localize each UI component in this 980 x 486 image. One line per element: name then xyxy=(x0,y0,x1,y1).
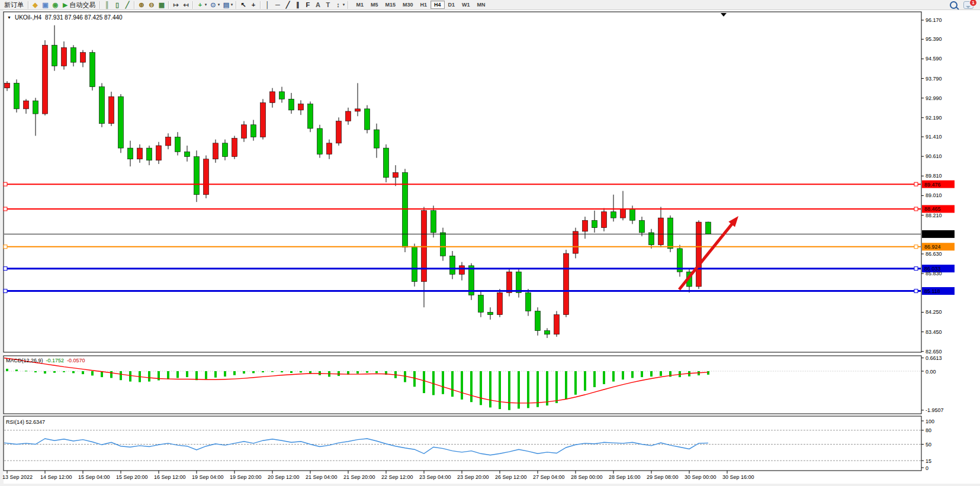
candle-body xyxy=(279,92,285,99)
crosshair-icon[interactable]: + xyxy=(248,1,258,9)
text-label-icon[interactable]: T xyxy=(323,1,333,9)
macd-axis-label: 0.00 xyxy=(926,369,936,375)
resistance-line-2-right-handle[interactable] xyxy=(914,207,918,211)
resistance-line-1-left-handle[interactable] xyxy=(4,182,7,186)
resistance-line-2-left-handle[interactable] xyxy=(4,207,7,211)
price-axis-label: 95.390 xyxy=(926,36,942,42)
support-line-1-left-handle[interactable] xyxy=(4,267,7,271)
macd-histogram-bar xyxy=(15,369,18,371)
zoom-out-icon[interactable]: ⊖ xyxy=(146,1,156,9)
resistance-line-1-right-handle[interactable] xyxy=(914,182,918,186)
trendline-icon[interactable]: ╱ xyxy=(282,1,293,9)
time-axis-label: 22 Sep 12:00 xyxy=(381,474,413,480)
signals-icon[interactable]: ◉ xyxy=(50,1,60,9)
timeframe-m30[interactable]: M30 xyxy=(399,1,417,9)
equidistant-channel-icon[interactable]: ∥ xyxy=(293,1,303,9)
pivot-line-left-handle[interactable] xyxy=(4,245,7,249)
candle-body xyxy=(516,272,522,292)
chart-dropdown-icon[interactable]: ▼ xyxy=(7,15,11,20)
time-axis-label: 28 Sep 16:00 xyxy=(609,474,641,480)
pivot-line-right-handle[interactable] xyxy=(914,245,918,249)
candle-body xyxy=(81,53,86,63)
search-icon[interactable] xyxy=(950,1,957,9)
candle-body xyxy=(185,152,190,156)
candle-body xyxy=(640,220,645,233)
candle-body xyxy=(460,266,465,274)
macd-histogram-bar xyxy=(53,371,56,373)
macd-histogram-bar xyxy=(489,371,491,407)
candle-body xyxy=(62,47,67,66)
macd-histogram-bar xyxy=(224,371,226,376)
candle-body xyxy=(336,121,342,143)
candle-body xyxy=(346,111,351,121)
price-axis-label: 92.990 xyxy=(926,95,942,101)
time-axis-label: 23 Sep 20:00 xyxy=(457,474,489,480)
rsi-panel[interactable] xyxy=(4,416,921,471)
zoom-in-icon[interactable]: ⊕ xyxy=(136,1,146,9)
candle-body xyxy=(251,125,256,137)
support-line-2-right-handle[interactable] xyxy=(914,289,918,293)
timeframe-d1[interactable]: D1 xyxy=(445,1,459,9)
timeframe-h1[interactable]: H1 xyxy=(417,1,431,9)
support-line-1-right-handle[interactable] xyxy=(914,267,918,271)
auto-scroll-icon[interactable]: ↦ xyxy=(171,1,181,9)
candle-body xyxy=(308,104,313,128)
candle-body xyxy=(422,211,427,282)
period-clock-dropdown-caret[interactable]: ▾ xyxy=(216,2,221,7)
macd-histogram-bar xyxy=(91,371,94,375)
terminal-icon[interactable]: ▣ xyxy=(40,1,50,9)
cursor-icon[interactable]: ↖ xyxy=(238,1,248,9)
candle-body xyxy=(602,212,607,228)
candle-body xyxy=(52,45,57,66)
timeframe-m1[interactable]: M1 xyxy=(352,1,367,9)
chart-window-icon[interactable]: ◆ xyxy=(30,1,40,9)
toolbar-separator xyxy=(236,1,236,9)
candle-body xyxy=(535,311,541,330)
candle-body xyxy=(526,292,531,311)
chat-icon[interactable]: 1 xyxy=(963,1,973,9)
time-axis-label: 15 Sep 04:00 xyxy=(78,474,110,480)
time-axis-label: 30 Sep 16:00 xyxy=(722,474,754,480)
tile-windows-icon[interactable]: ▦ xyxy=(156,1,166,9)
candle-body xyxy=(5,83,10,88)
support-line-2-left-handle[interactable] xyxy=(4,289,7,293)
candle-body xyxy=(374,130,380,148)
text-icon[interactable]: A xyxy=(313,1,323,9)
candle-body xyxy=(137,148,143,159)
chart-canvas[interactable]: 89.47688.46587.44086.92486.03385.11896.1… xyxy=(0,0,980,486)
add-indicator-dropdown-caret[interactable]: ▾ xyxy=(203,2,208,7)
macd-histogram-bar xyxy=(233,371,236,375)
arrows-dropdown-caret[interactable]: ▾ xyxy=(341,2,346,7)
horizontal-line-icon[interactable]: ─ xyxy=(272,1,282,9)
rsi-label: RSI(14) 52.6347 xyxy=(6,419,45,425)
price-axis-label: 89.010 xyxy=(926,192,942,198)
chart-symbol-period: UKOil-,H4 xyxy=(15,14,41,21)
bar-chart-icon[interactable]: ║ xyxy=(102,1,112,9)
time-axis-label: 21 Sep 20:00 xyxy=(343,474,375,480)
line-chart-icon[interactable]: ╱ xyxy=(122,1,132,9)
timeframe-w1[interactable]: W1 xyxy=(458,1,474,9)
template-dropdown-caret[interactable]: ▾ xyxy=(229,2,234,7)
timeframe-m5[interactable]: M5 xyxy=(367,1,382,9)
autotrading-button[interactable]: ▶自动交易 xyxy=(60,1,98,9)
macd-histogram-bar xyxy=(480,371,482,405)
fibonacci-icon[interactable]: F xyxy=(303,1,313,9)
chart-shift-icon[interactable]: ↤ xyxy=(181,1,191,9)
candle-body xyxy=(175,137,181,152)
timeframe-h4[interactable]: H4 xyxy=(430,1,445,9)
price-axis-label: 86.630 xyxy=(926,251,942,257)
candlestick-chart-icon[interactable]: ▯ xyxy=(112,1,122,9)
time-axis-label: 29 Sep 08:00 xyxy=(647,474,679,480)
new-order-button[interactable]: 新订单 xyxy=(2,1,26,9)
candle-body xyxy=(365,109,370,130)
candle-body xyxy=(649,233,654,245)
candle-body xyxy=(204,159,209,195)
vertical-line-icon[interactable]: │ xyxy=(262,1,272,9)
main-chart-panel[interactable] xyxy=(4,12,921,352)
macd-label: MACD(12,26,9)-0.1752-0.0570 xyxy=(6,358,85,363)
support-line-2-price-badge-label: 85.118 xyxy=(924,288,940,294)
macd-histogram-bar xyxy=(650,371,653,376)
macd-histogram-bar xyxy=(574,371,577,395)
timeframe-m15[interactable]: M15 xyxy=(382,1,400,9)
timeframe-mn[interactable]: MN xyxy=(474,1,489,9)
